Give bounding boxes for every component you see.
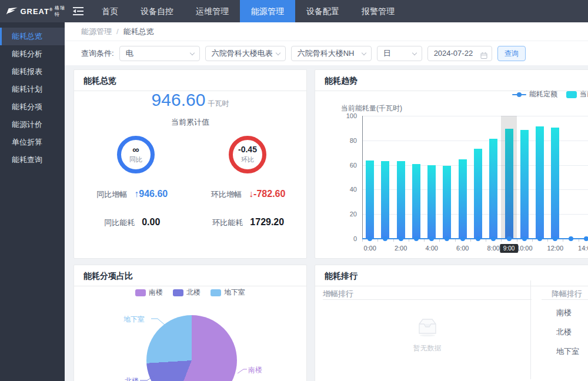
x-tick-5 (439, 239, 440, 242)
trend-bar-3:00 (412, 164, 420, 239)
nav-item-3[interactable]: 能源管理 (240, 0, 295, 22)
y-tick-label-20: 20 (350, 210, 357, 218)
x-tick-12 (547, 239, 548, 242)
fall-ranking-title: 降幅排行 (552, 289, 582, 299)
breadcrumb-separator: / (116, 27, 119, 36)
nav-menu: 首页设备自控运维管理能源管理设备配置报警管理 (91, 0, 406, 22)
chevron-down-icon (412, 50, 416, 55)
legend-label-line: 能耗定额 (529, 89, 557, 99)
yoy-ratio-ring: ∞ 同比 (117, 136, 155, 173)
mom-energy-value: 1729.20 (250, 217, 284, 228)
x-tick-14 (579, 239, 579, 242)
pie-legend-label-2: 地下室 (224, 288, 245, 298)
sidebar-item-2[interactable]: 能耗报表 (0, 63, 65, 81)
pie-legend-item-1[interactable]: 北楼 (173, 288, 201, 298)
x-tick-label-6:00: 6:00 (456, 245, 469, 252)
rise-ranking-divider (323, 299, 532, 300)
chevron-down-icon (361, 50, 366, 55)
brand-registered-mark: ® (49, 7, 53, 11)
trend-bar-12:00 (551, 128, 559, 239)
y-tick-label-100: 100 (346, 112, 357, 119)
breadcrumb: 能源管理 / 能耗总览 (65, 22, 588, 41)
legend-item-line-series[interactable]: 能耗定额 (512, 89, 557, 99)
sidebar-item-0[interactable]: 能耗总览 (0, 28, 65, 45)
yoy-ratio-label: 同比 (129, 155, 142, 164)
trend-bar-7:00 (474, 149, 482, 239)
brand-logo: GREAT® 格瑞特 (0, 0, 68, 22)
x-tick-1 (377, 239, 378, 242)
mom-ratio-value: -0.45 (238, 145, 257, 154)
x-tick-9 (501, 239, 502, 242)
quota-line-point-0:00 (368, 236, 372, 241)
search-button[interactable]: 查询 (497, 46, 526, 61)
mom-growth-value: ↓-782.60 (249, 189, 285, 199)
mom-energy-label: 环比能耗 (212, 218, 243, 228)
sidebar-item-5[interactable]: 能源计价 (0, 116, 65, 133)
pie-legend-label-1: 北楼 (186, 288, 201, 298)
sidebar: 能耗总览能耗分析能耗报表能耗计划能耗分项能源计价单位折算能耗查询 (0, 22, 65, 381)
nav-item-1[interactable]: 设备自控 (129, 0, 185, 22)
sidebar-item-4[interactable]: 能耗分项 (0, 98, 65, 116)
consumption-share-card: 能耗分项占比 南楼北楼地下室 南楼北楼地下室 (74, 265, 307, 381)
quota-line-point-5:00 (445, 236, 449, 241)
breadcrumb-current: 能耗总览 (123, 26, 154, 37)
growth-row: 同比增幅 ↑946.60 环比增幅 ↓-782.60 (74, 189, 306, 200)
main-content: 能源管理 / 能耗总览 查询条件: 电 六院骨科大楼电表 六院骨科大楼NH 日 … (65, 22, 588, 381)
meter-select[interactable]: 六院骨科大楼电表 (205, 46, 286, 61)
yoy-growth-label: 同比增幅 (96, 189, 127, 200)
line-series-marker (512, 94, 526, 95)
x-tick-7 (470, 239, 471, 242)
pie-chart (146, 315, 237, 381)
breadcrumb-parent[interactable]: 能源管理 (81, 26, 112, 37)
empty-state: 暂无数据 (323, 317, 532, 353)
quota-line-point-10:00 (522, 236, 527, 241)
pie-legend-item-2[interactable]: 地下室 (211, 288, 245, 298)
menu-fold-icon[interactable] (73, 7, 83, 15)
energy-type-value: 电 (126, 49, 133, 58)
legend-item-bar-series[interactable]: 当前能耗 (566, 89, 588, 99)
trend-bar-10:00 (520, 130, 529, 239)
x-tick-label-8:00: 8:00 (487, 245, 500, 252)
x-tick-13 (563, 239, 563, 242)
brand-flag-icon (6, 6, 18, 16)
sidebar-item-7[interactable]: 能耗查询 (0, 151, 65, 169)
mom-ratio-label: 环比 (241, 155, 254, 164)
empty-state-text: 暂无数据 (323, 343, 532, 353)
sidebar-item-6[interactable]: 单位折算 (0, 133, 65, 151)
x-tick-6 (455, 239, 456, 242)
pie-legend-swatch-0 (135, 289, 146, 296)
nav-item-2[interactable]: 运维管理 (185, 0, 240, 22)
x-tick-label-14:00: 14:00 (578, 245, 588, 252)
total-consumption-caption: 当前累计值 (74, 117, 306, 128)
sidebar-item-3[interactable]: 能耗计划 (0, 81, 65, 98)
nav-item-5[interactable]: 报警管理 (350, 0, 406, 22)
nav-item-4[interactable]: 设备配置 (295, 0, 350, 22)
energy-row: 同比能耗 0.00 环比能耗 1729.20 (74, 217, 306, 228)
nav-item-0[interactable]: 首页 (91, 0, 129, 22)
pie-card-title: 能耗分项占比 (74, 265, 306, 286)
calendar-icon (480, 50, 487, 61)
quota-line-point-9:00 (507, 236, 512, 241)
yoy-ratio-value: ∞ (132, 145, 139, 154)
period-select[interactable]: 日 (377, 46, 422, 61)
quota-line-point-1:00 (383, 236, 387, 241)
node-select[interactable]: 六院骨科大楼NH (291, 46, 372, 61)
node-value: 六院骨科大楼NH (298, 49, 355, 58)
x-tick-11 (532, 239, 533, 242)
pie-slice-label-2: 地下室 (123, 315, 145, 325)
pie-legend-item-0[interactable]: 南楼 (135, 288, 163, 298)
fall-ranking-item-0: 南楼 (556, 308, 572, 318)
total-consumption-value: 946.60 (152, 90, 206, 109)
sidebar-item-1[interactable]: 能耗分析 (0, 45, 65, 63)
legend-label-bar: 当前能耗 (580, 89, 588, 99)
trend-bar-6:00 (459, 159, 467, 239)
mom-ratio-ring: -0.45 环比 (229, 136, 266, 173)
quota-line-point-6:00 (460, 236, 465, 241)
y-tick-label-0: 0 (353, 235, 357, 242)
trend-legend: 能耗定额当前能耗 (512, 89, 588, 99)
energy-type-select[interactable]: 电 (119, 46, 200, 61)
x-tick-2 (393, 239, 394, 242)
quota-line-point-13:00 (569, 236, 573, 241)
fall-ranking-divider (542, 299, 588, 300)
date-picker[interactable]: 2024-07-22 (427, 46, 492, 61)
